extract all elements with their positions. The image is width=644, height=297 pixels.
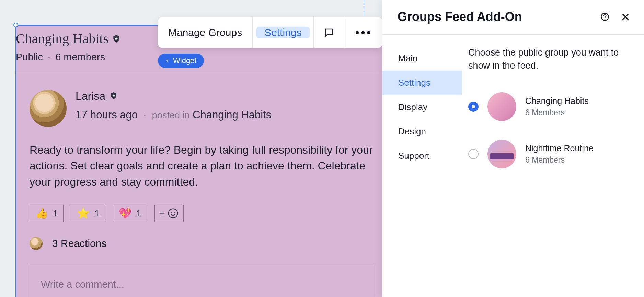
widget-label: Widget: [173, 56, 196, 65]
feed-post: Larisa 17 hours ago · posted in Changing…: [16, 74, 385, 297]
author-name[interactable]: Larisa: [76, 90, 105, 103]
comment-placeholder: Write a comment...: [41, 279, 124, 290]
svg-point-1: [171, 212, 172, 213]
reactions-summary[interactable]: 3 Reactions: [30, 237, 375, 250]
reaction-count: 1: [53, 208, 58, 219]
reaction-thumbs-up[interactable]: 👍 1: [30, 205, 64, 222]
heart-icon: 💖: [119, 208, 131, 218]
group-option-members: 6 Members: [525, 108, 589, 117]
manage-groups-button[interactable]: Manage Groups: [158, 17, 253, 48]
nav-item-main[interactable]: Main: [382, 46, 462, 71]
chevron-left-icon: [165, 59, 170, 63]
reactions-summary-text: 3 Reactions: [52, 238, 106, 249]
add-reaction-button[interactable]: +: [154, 205, 184, 222]
comments-icon-button[interactable]: [314, 17, 345, 48]
plus-icon: +: [160, 209, 164, 218]
thumbs-up-icon: 👍: [35, 208, 48, 218]
panel-description: Choose the public group you want to show…: [468, 46, 629, 72]
author-avatar[interactable]: [30, 90, 67, 127]
panel-nav: Main Settings Display Design Support: [382, 35, 462, 297]
group-option-changing-habits[interactable]: Changing Habits 6 Members: [468, 85, 629, 133]
reaction-star[interactable]: ⭐ 1: [71, 205, 105, 222]
nav-item-display[interactable]: Display: [382, 95, 462, 119]
admin-badge-icon: [112, 34, 121, 43]
help-icon[interactable]: [600, 12, 610, 22]
reactions-row: 👍 1 ⭐ 1 💖 1 +: [30, 205, 375, 222]
widget-action-toolbar: Manage Groups Settings •••: [158, 17, 382, 48]
svg-point-0: [169, 209, 178, 218]
group-title: Changing Habits: [16, 31, 108, 47]
reaction-count: 1: [136, 208, 141, 219]
group-option-nighttime-routine[interactable]: Nighttime Routine 6 Members: [468, 133, 629, 180]
settings-label: Settings: [264, 27, 301, 38]
group-option-members: 6 Members: [525, 155, 594, 165]
post-body: Ready to transform your life? Begin by t…: [30, 142, 375, 190]
group-member-count: 6 members: [55, 51, 105, 62]
nav-item-design[interactable]: Design: [382, 119, 462, 144]
group-option-name: Changing Habits: [525, 96, 589, 106]
more-icon: •••: [355, 25, 372, 40]
nav-item-support[interactable]: Support: [382, 144, 462, 168]
chat-icon: [324, 27, 334, 38]
posted-in-label: posted in: [152, 110, 190, 120]
post-timestamp: 17 hours ago: [76, 109, 138, 121]
panel-content: Choose the public group you want to show…: [462, 35, 644, 297]
group-option-name: Nighttime Routine: [525, 143, 594, 153]
posted-in-group[interactable]: Changing Habits: [193, 109, 271, 121]
manage-groups-label: Manage Groups: [168, 27, 242, 38]
more-options-button[interactable]: •••: [345, 17, 383, 48]
post-meta-separator: ·: [143, 109, 147, 121]
group-thumbnail: [487, 92, 516, 121]
radio-selected[interactable]: [468, 102, 479, 112]
group-visibility: Public: [16, 51, 43, 62]
radio-unselected[interactable]: [468, 149, 479, 159]
settings-button[interactable]: Settings: [256, 27, 310, 38]
meta-separator: ·: [48, 51, 50, 62]
smile-icon: [168, 208, 179, 219]
author-badge-icon: [110, 90, 118, 103]
close-icon[interactable]: [621, 12, 630, 22]
svg-point-2: [174, 212, 175, 213]
settings-button-wrap: Settings: [253, 17, 313, 48]
panel-header: Groups Feed Add-On: [382, 0, 644, 35]
settings-panel: Groups Feed Add-On Main Settings Display…: [382, 0, 644, 297]
reactor-avatar: [30, 237, 43, 250]
panel-title: Groups Feed Add-On: [398, 10, 522, 24]
reaction-heart[interactable]: 💖 1: [113, 205, 147, 222]
group-thumbnail: [487, 140, 516, 168]
widget-breadcrumb-pill[interactable]: Widget: [158, 54, 204, 68]
comment-input[interactable]: Write a comment...: [30, 266, 375, 297]
nav-item-settings[interactable]: Settings: [382, 71, 462, 95]
selection-handle-tl[interactable]: [13, 23, 18, 27]
reaction-count: 1: [94, 208, 99, 219]
star-icon: ⭐: [77, 208, 90, 218]
